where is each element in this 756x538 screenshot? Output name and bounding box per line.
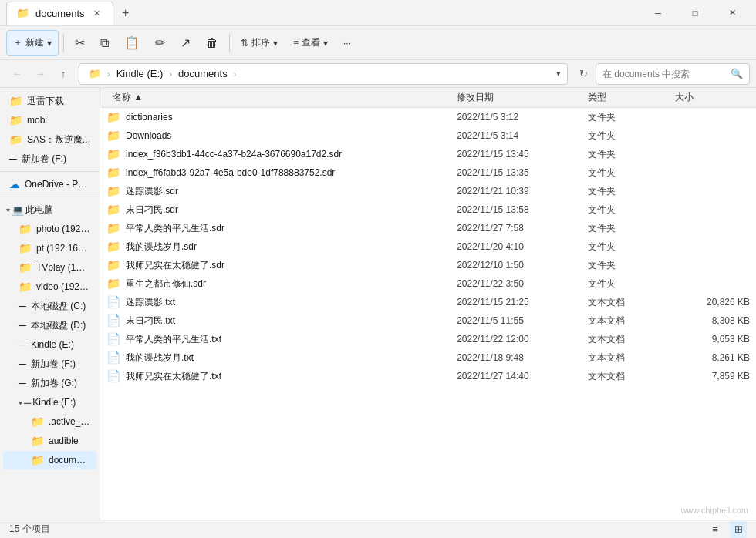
sidebar-item-tvplay[interactable]: 📁 TVplay (192.1... [3, 258, 96, 277]
folder-icon: 📁 [31, 415, 44, 428]
sidebar-item-pt[interactable]: 📁 pt (192.168.1... [3, 239, 96, 257]
txt-file-icon: 📄 [106, 314, 121, 328]
file-type: 文本文档 [582, 348, 669, 367]
table-row[interactable]: 📁 dictionaries 2022/11/5 3:12 文件夹 [100, 108, 756, 127]
sort-button[interactable]: ⇅ 排序 ▾ [235, 30, 284, 56]
drive-icon: ─ [9, 153, 17, 165]
file-type: 文件夹 [582, 163, 669, 182]
sidebar-item-kindle[interactable]: ─ Kindle (E:) [3, 335, 96, 354]
new-icon: ＋ [13, 36, 22, 49]
cut-button[interactable]: ✂ [69, 30, 91, 56]
minimize-button[interactable]: ─ [640, 0, 676, 26]
file-list: 名称 ▲ 修改日期 类型 大小 📁 dictionaries 2022/11/5… [100, 88, 756, 520]
sidebar-label: .active_conte... [49, 416, 90, 427]
sidebar-item-new-f[interactable]: ─ 新加卷 (F:) [3, 150, 96, 168]
sidebar-item-c[interactable]: ─ 本地磁盘 (C:) [3, 297, 96, 315]
path-dropdown-icon[interactable]: ▾ [556, 69, 561, 79]
sidebar-item-video[interactable]: 📁 video (192.16... [3, 277, 96, 296]
sidebar-item-audible[interactable]: 📁 audible [3, 432, 96, 450]
path-kindle[interactable]: Kindle (E:) [113, 66, 167, 81]
sidebar-label: photo (192.1... [36, 224, 90, 234]
table-row[interactable]: 📁 index_ff6fabd3-92a7-4e5a-bde0-1df78888… [100, 163, 756, 182]
address-bar[interactable]: 📁 › Kindle (E:) › documents › ▾ [79, 63, 568, 85]
table-row[interactable]: 📄 我的谍战岁月.txt 2022/11/18 9:48 文本文档 8,261 … [100, 348, 756, 367]
folder-file-icon: 📁 [106, 166, 121, 180]
delete-icon: 🗑 [206, 36, 218, 50]
table-row[interactable]: 📁 我的谍战岁月.sdr 2022/11/20 4:10 文件夹 [100, 237, 756, 256]
up-button[interactable]: ↑ [52, 63, 74, 85]
col-header-type[interactable]: 类型 [582, 88, 669, 108]
sidebar-label: SAS：叛逆魔... [27, 133, 90, 146]
table-row[interactable]: 📄 迷踪谍影.txt 2022/11/15 21:25 文本文档 20,826 … [100, 293, 756, 311]
forward-button[interactable]: → [29, 63, 51, 85]
tab-close-button[interactable]: ✕ [91, 7, 103, 19]
table-row[interactable]: 📁 Downloads 2022/11/5 3:14 文件夹 [100, 126, 756, 145]
sidebar-item-g[interactable]: ─ 新加卷 (G:) [3, 374, 96, 392]
refresh-button[interactable]: ↻ [572, 63, 594, 85]
back-button[interactable]: ← [6, 63, 28, 85]
table-row[interactable]: 📁 重生之都市修仙.sdr 2022/11/22 3:50 文件夹 [100, 274, 756, 293]
search-icon: 🔍 [731, 68, 743, 79]
file-date: 2022/11/20 4:10 [451, 237, 582, 256]
sidebar-label: Kindle (E:) [32, 397, 76, 408]
col-header-name[interactable]: 名称 ▲ [100, 88, 451, 108]
col-header-size[interactable]: 大小 [669, 88, 756, 108]
sidebar-item-sas[interactable]: 📁 SAS：叛逆魔... [3, 130, 96, 149]
view-button[interactable]: ≡ 查看 ▾ [287, 30, 334, 56]
file-size: 7,859 KB [669, 367, 756, 385]
table-row[interactable]: 📁 我师兄实在太稳健了.sdr 2022/12/10 1:50 文件夹 [100, 256, 756, 274]
table-row[interactable]: 📁 末日刁民.sdr 2022/11/15 13:58 文件夹 [100, 200, 756, 219]
main-content: 📁 迅雷下载 📁 mobi 📁 SAS：叛逆魔... ─ 新加卷 (F:) ☁ … [0, 88, 756, 520]
sidebar-thispc-expand[interactable]: ▾ 💻 此电脑 [3, 200, 96, 219]
share-button[interactable]: ↗ [174, 30, 197, 56]
sidebar-item-f[interactable]: ─ 新加卷 (F:) [3, 355, 96, 373]
file-size [669, 219, 756, 237]
folder-file-icon: 📁 [106, 147, 121, 161]
paste-icon: 📋 [124, 35, 140, 50]
table-row[interactable]: 📄 平常人类的平凡生活.txt 2022/11/22 12:00 文本文档 9,… [100, 330, 756, 348]
sidebar-item-onedrive[interactable]: ☁ OneDrive - Pe... [3, 175, 96, 193]
file-name: 📄 我师兄实在太稳健了.txt [100, 367, 451, 385]
col-header-date[interactable]: 修改日期 [451, 88, 582, 108]
sidebar-item-d[interactable]: ─ 本地磁盘 (D:) [3, 316, 96, 335]
sort-dropdown-icon: ▾ [273, 38, 278, 49]
search-box[interactable]: 🔍 [596, 63, 750, 85]
view-icon: ≡ [293, 38, 299, 49]
table-row[interactable]: 📁 index_f36b3db1-44cc-4a37-b24a-3676690a… [100, 145, 756, 163]
delete-button[interactable]: 🗑 [200, 30, 224, 56]
sidebar-kindle-expand[interactable]: ▾ ─ Kindle (E:) [3, 393, 96, 412]
file-type: 文件夹 [582, 237, 669, 256]
detail-view-button[interactable]: ⊞ [730, 521, 747, 538]
sidebar-label: OneDrive - Pe... [25, 179, 90, 190]
file-name: 📁 我师兄实在太稳健了.sdr [100, 256, 451, 274]
sidebar-item-documents[interactable]: 📁 documents [3, 451, 96, 469]
path-documents[interactable]: documents [175, 66, 231, 81]
paste-button[interactable]: 📋 [118, 30, 146, 56]
rename-button[interactable]: ✏ [149, 30, 171, 56]
folder-icon: 📁 [9, 133, 22, 146]
table-row[interactable]: 📁 平常人类的平凡生活.sdr 2022/11/27 7:58 文件夹 [100, 219, 756, 237]
sidebar-item-mobi[interactable]: 📁 mobi [3, 111, 96, 129]
drive-icon: ─ [19, 300, 26, 312]
toolbar-separator-1 [63, 34, 64, 52]
sidebar-item-xunlei[interactable]: 📁 迅雷下载 [3, 92, 96, 110]
table-row[interactable]: 📁 迷踪谍影.sdr 2022/11/21 10:39 文件夹 [100, 182, 756, 200]
folder-file-icon: 📁 [106, 258, 121, 272]
close-button[interactable]: ✕ [714, 0, 750, 26]
list-view-button[interactable]: ≡ [707, 521, 724, 538]
copy-button[interactable]: ⧉ [94, 30, 115, 56]
file-type: 文件夹 [582, 219, 669, 237]
table-row[interactable]: 📄 我师兄实在太稳健了.txt 2022/11/27 14:40 文本文档 7,… [100, 367, 756, 385]
more-button[interactable]: ··· [337, 30, 357, 56]
new-tab-button[interactable]: + [113, 2, 138, 25]
maximize-button[interactable]: □ [677, 0, 713, 26]
sidebar-item-photo[interactable]: 📁 photo (192.1... [3, 220, 96, 238]
path-drive-icon: 📁 [86, 66, 104, 81]
file-size [669, 145, 756, 163]
new-button[interactable]: ＋ 新建 ▾ [6, 30, 59, 56]
table-row[interactable]: 📄 末日刁民.txt 2022/11/5 11:55 文本文档 8,308 KB [100, 311, 756, 330]
sidebar-item-active-content[interactable]: 📁 .active_conte... [3, 412, 96, 431]
active-tab[interactable]: 📁 documents ✕ [6, 2, 113, 25]
file-name: 📄 迷踪谍影.txt [100, 293, 451, 311]
search-input[interactable] [602, 69, 727, 79]
